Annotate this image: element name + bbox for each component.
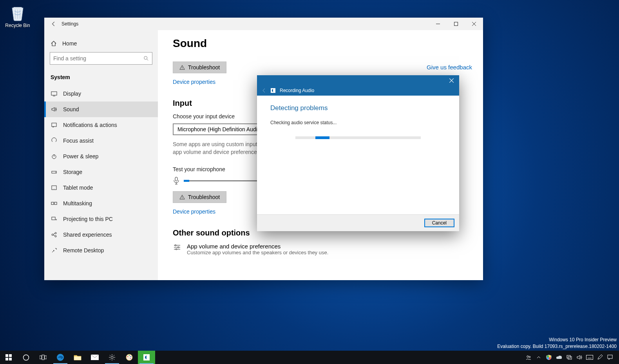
sidebar-item-remote[interactable]: Remote Desktop <box>44 243 158 258</box>
sidebar-item-tablet[interactable]: Tablet mode <box>44 180 158 196</box>
svg-rect-53 <box>547 357 549 359</box>
settings-search[interactable] <box>50 52 152 65</box>
svg-rect-14 <box>54 202 57 205</box>
cortana-button[interactable] <box>17 351 34 364</box>
sidebar-item-projecting[interactable]: Projecting to this PC <box>44 211 158 227</box>
tray-ink-icon[interactable] <box>595 355 605 360</box>
recycle-bin-label: Recycle Bin <box>2 23 33 28</box>
watermark-line2: Evaluation copy. Build 17093.rs_prerelea… <box>497 343 617 350</box>
sidebar-item-label: Focus assist <box>63 138 94 144</box>
tray-action-center-icon[interactable] <box>605 355 615 360</box>
watermark: Windows 10 Pro Insider Preview Evaluatio… <box>497 337 617 350</box>
svg-rect-40 <box>74 357 81 360</box>
taskbar-troubleshooter[interactable] <box>138 351 155 364</box>
sidebar-item-label: Tablet mode <box>63 185 93 191</box>
tray-chevron-up-icon[interactable] <box>534 355 544 359</box>
taskbar <box>0 351 619 364</box>
svg-point-47 <box>130 358 131 359</box>
sidebar-item-notifications[interactable]: Notifications & actions <box>44 117 158 133</box>
sidebar-item-sound[interactable]: Sound <box>44 101 158 117</box>
svg-point-29 <box>176 249 177 250</box>
svg-rect-54 <box>549 357 551 359</box>
tablet-icon <box>51 184 58 191</box>
sidebar-item-power[interactable]: Power & sleep <box>44 148 158 164</box>
tray-defender-icon[interactable] <box>544 355 554 360</box>
svg-rect-4 <box>51 92 57 95</box>
svg-rect-36 <box>40 356 42 359</box>
sidebar-item-label: Sound <box>63 106 79 112</box>
svg-rect-21 <box>175 177 177 181</box>
progress-bar <box>295 136 421 139</box>
device-properties-input-link[interactable]: Device properties <box>173 208 215 215</box>
shared-icon <box>51 231 58 238</box>
tray-onedrive-icon[interactable] <box>554 355 564 360</box>
taskbar-mail[interactable] <box>86 351 103 364</box>
svg-rect-37 <box>42 355 44 360</box>
start-button[interactable] <box>0 351 17 364</box>
feedback-link[interactable]: Give us feedback <box>427 64 472 71</box>
svg-rect-64 <box>608 355 612 359</box>
app-volume-link[interactable]: App volume and device preferences Custom… <box>173 243 468 255</box>
svg-point-12 <box>54 188 54 189</box>
minimize-button[interactable] <box>429 18 447 30</box>
maximize-button[interactable] <box>447 18 465 30</box>
taskbar-settings[interactable] <box>103 351 121 364</box>
dialog-cancel-button[interactable]: Cancel <box>424 219 454 227</box>
sound-icon <box>51 106 58 113</box>
sidebar-item-label: Remote Desktop <box>63 247 104 254</box>
svg-rect-34 <box>9 358 12 360</box>
troubleshoot-output-button[interactable]: Troubleshoot <box>173 62 226 73</box>
sidebar-item-label: Power & sleep <box>63 153 98 159</box>
troubleshooter-dialog: Recording Audio Detecting problems Check… <box>257 75 459 231</box>
dialog-heading: Detecting problems <box>270 104 446 112</box>
svg-point-45 <box>129 355 130 356</box>
svg-rect-33 <box>5 358 8 360</box>
tray-people-icon[interactable] <box>523 354 534 360</box>
svg-point-20 <box>182 69 182 69</box>
sidebar-item-label: Projecting to this PC <box>63 216 113 222</box>
sidebar-item-shared[interactable]: Shared experiences <box>44 227 158 243</box>
dialog-close-button[interactable] <box>447 76 456 85</box>
sidebar-item-display[interactable]: Display <box>44 86 158 101</box>
power-icon <box>51 153 58 160</box>
recycle-bin[interactable]: Recycle Bin <box>2 3 33 28</box>
titlebar[interactable]: Settings <box>44 18 483 30</box>
svg-point-42 <box>111 356 113 359</box>
watermark-line1: Windows 10 Pro Insider Preview <box>497 337 617 343</box>
focus-icon <box>51 137 58 144</box>
svg-point-50 <box>529 356 530 358</box>
dialog-status: Checking audio service status... <box>270 120 446 125</box>
tray-volume-icon[interactable] <box>574 355 585 360</box>
settings-search-input[interactable] <box>53 55 143 62</box>
sidebar-home[interactable]: Home <box>44 36 158 51</box>
svg-point-18 <box>55 235 56 237</box>
troubleshoot-input-button[interactable]: Troubleshoot <box>173 191 226 203</box>
tray-network-icon[interactable] <box>564 355 574 360</box>
sidebar-section: System <box>44 70 158 86</box>
sidebar-item-label: Multitasking <box>63 200 92 206</box>
svg-rect-51 <box>547 355 549 357</box>
taskbar-edge[interactable] <box>52 351 69 364</box>
sidebar-item-storage[interactable]: Storage <box>44 164 158 180</box>
device-properties-output-link[interactable]: Device properties <box>173 79 215 85</box>
sidebar-item-focus-assist[interactable]: Focus assist <box>44 133 158 148</box>
app-volume-sub: Customize app volumes and the speakers o… <box>187 250 328 255</box>
multitasking-icon <box>51 200 58 207</box>
svg-rect-57 <box>586 355 593 360</box>
taskbar-paint[interactable] <box>121 351 138 364</box>
warning-icon <box>179 65 185 70</box>
input-device-value: Microphone (High Definition Audio D <box>177 126 266 132</box>
close-button[interactable] <box>465 18 483 30</box>
back-button[interactable] <box>44 18 63 30</box>
sidebar-item-multitasking[interactable]: Multitasking <box>44 196 158 211</box>
svg-point-16 <box>52 234 53 235</box>
window-title: Settings <box>62 21 78 27</box>
svg-line-3 <box>147 59 148 61</box>
svg-point-46 <box>130 356 132 357</box>
svg-point-44 <box>127 356 129 357</box>
task-view-button[interactable] <box>34 351 52 364</box>
svg-point-27 <box>175 245 176 246</box>
taskbar-explorer[interactable] <box>69 351 86 364</box>
sidebar-item-label: Notifications & actions <box>63 122 117 128</box>
tray-keyboard-icon[interactable] <box>585 355 595 360</box>
